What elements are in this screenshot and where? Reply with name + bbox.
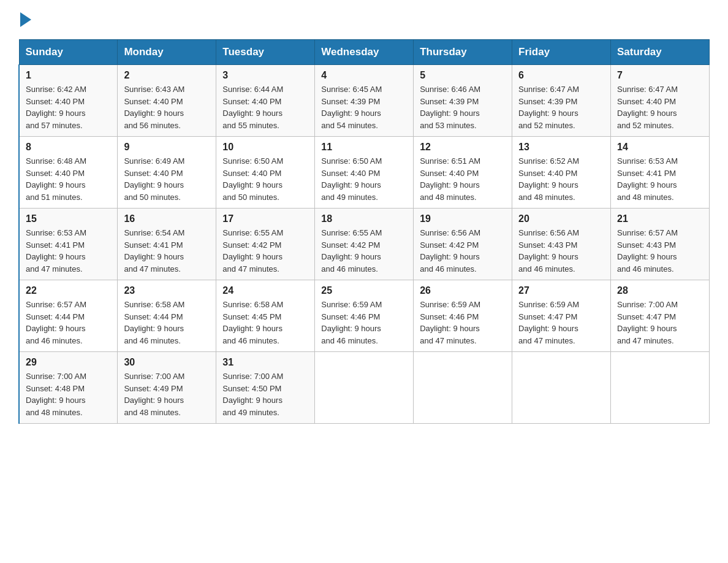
day-info: Sunrise: 7:00 AM Sunset: 4:50 PM Dayligh… <box>222 370 308 418</box>
day-cell-29: 29 Sunrise: 7:00 AM Sunset: 4:48 PM Dayl… <box>19 352 118 424</box>
day-cell-22: 22 Sunrise: 6:57 AM Sunset: 4:44 PM Dayl… <box>19 280 118 352</box>
day-info: Sunrise: 6:59 AM Sunset: 4:46 PM Dayligh… <box>420 299 506 347</box>
day-info: Sunrise: 6:50 AM Sunset: 4:40 PM Dayligh… <box>222 155 308 203</box>
day-cell-19: 19 Sunrise: 6:56 AM Sunset: 4:42 PM Dayl… <box>414 209 512 280</box>
day-number: 5 <box>420 70 506 81</box>
column-header-friday: Friday <box>512 40 611 65</box>
day-cell-6: 6 Sunrise: 6:47 AM Sunset: 4:39 PM Dayli… <box>512 65 611 137</box>
day-number: 23 <box>124 285 210 296</box>
day-cell-20: 20 Sunrise: 6:56 AM Sunset: 4:43 PM Dayl… <box>512 209 611 280</box>
day-cell-10: 10 Sunrise: 6:50 AM Sunset: 4:40 PM Dayl… <box>216 137 315 209</box>
empty-cell <box>414 352 512 424</box>
week-row-5: 29 Sunrise: 7:00 AM Sunset: 4:48 PM Dayl… <box>19 352 710 424</box>
day-info: Sunrise: 6:55 AM Sunset: 4:42 PM Dayligh… <box>321 227 407 275</box>
day-number: 16 <box>124 213 210 224</box>
day-info: Sunrise: 6:42 AM Sunset: 4:40 PM Dayligh… <box>26 83 111 131</box>
day-info: Sunrise: 7:00 AM Sunset: 4:47 PM Dayligh… <box>617 299 703 347</box>
day-info: Sunrise: 6:55 AM Sunset: 4:42 PM Dayligh… <box>222 227 308 275</box>
empty-cell <box>512 352 611 424</box>
day-info: Sunrise: 6:53 AM Sunset: 4:41 PM Dayligh… <box>617 155 703 203</box>
day-cell-7: 7 Sunrise: 6:47 AM Sunset: 4:40 PM Dayli… <box>611 65 710 137</box>
day-cell-28: 28 Sunrise: 7:00 AM Sunset: 4:47 PM Dayl… <box>611 280 710 352</box>
day-cell-14: 14 Sunrise: 6:53 AM Sunset: 4:41 PM Dayl… <box>611 137 710 209</box>
day-info: Sunrise: 6:59 AM Sunset: 4:46 PM Dayligh… <box>321 299 407 347</box>
day-info: Sunrise: 6:47 AM Sunset: 4:39 PM Dayligh… <box>518 83 604 131</box>
day-cell-8: 8 Sunrise: 6:48 AM Sunset: 4:40 PM Dayli… <box>19 137 118 209</box>
day-info: Sunrise: 7:00 AM Sunset: 4:48 PM Dayligh… <box>26 370 111 418</box>
day-cell-2: 2 Sunrise: 6:43 AM Sunset: 4:40 PM Dayli… <box>118 65 216 137</box>
column-header-tuesday: Tuesday <box>216 40 315 65</box>
column-header-monday: Monday <box>118 40 216 65</box>
day-info: Sunrise: 6:51 AM Sunset: 4:40 PM Dayligh… <box>420 155 506 203</box>
day-info: Sunrise: 6:46 AM Sunset: 4:39 PM Dayligh… <box>420 83 506 131</box>
day-number: 26 <box>420 285 506 296</box>
day-cell-5: 5 Sunrise: 6:46 AM Sunset: 4:39 PM Dayli… <box>414 65 512 137</box>
day-info: Sunrise: 6:59 AM Sunset: 4:47 PM Dayligh… <box>518 299 604 347</box>
week-row-1: 1 Sunrise: 6:42 AM Sunset: 4:40 PM Dayli… <box>19 65 710 137</box>
day-cell-21: 21 Sunrise: 6:57 AM Sunset: 4:43 PM Dayl… <box>611 209 710 280</box>
day-info: Sunrise: 6:45 AM Sunset: 4:39 PM Dayligh… <box>321 83 407 131</box>
day-info: Sunrise: 6:43 AM Sunset: 4:40 PM Dayligh… <box>124 83 210 131</box>
day-cell-3: 3 Sunrise: 6:44 AM Sunset: 4:40 PM Dayli… <box>216 65 315 137</box>
day-info: Sunrise: 6:56 AM Sunset: 4:43 PM Dayligh… <box>518 227 604 275</box>
day-number: 1 <box>26 70 111 81</box>
day-number: 30 <box>124 357 210 368</box>
day-cell-17: 17 Sunrise: 6:55 AM Sunset: 4:42 PM Dayl… <box>216 209 315 280</box>
day-number: 21 <box>617 213 703 224</box>
week-row-2: 8 Sunrise: 6:48 AM Sunset: 4:40 PM Dayli… <box>19 137 710 209</box>
day-number: 14 <box>617 142 703 153</box>
day-info: Sunrise: 6:57 AM Sunset: 4:43 PM Dayligh… <box>617 227 703 275</box>
day-number: 17 <box>222 213 308 224</box>
column-header-sunday: Sunday <box>19 40 118 65</box>
day-info: Sunrise: 7:00 AM Sunset: 4:49 PM Dayligh… <box>124 370 210 418</box>
day-info: Sunrise: 6:50 AM Sunset: 4:40 PM Dayligh… <box>321 155 407 203</box>
day-number: 20 <box>518 213 604 224</box>
day-number: 7 <box>617 70 703 81</box>
day-number: 9 <box>124 142 210 153</box>
week-row-4: 22 Sunrise: 6:57 AM Sunset: 4:44 PM Dayl… <box>19 280 710 352</box>
day-number: 28 <box>617 285 703 296</box>
day-number: 22 <box>26 285 111 296</box>
day-info: Sunrise: 6:53 AM Sunset: 4:41 PM Dayligh… <box>26 227 111 275</box>
day-number: 11 <box>321 142 407 153</box>
column-header-wednesday: Wednesday <box>315 40 414 65</box>
page-header <box>18 12 710 27</box>
day-cell-11: 11 Sunrise: 6:50 AM Sunset: 4:40 PM Dayl… <box>315 137 414 209</box>
empty-cell <box>611 352 710 424</box>
day-number: 10 <box>222 142 308 153</box>
day-number: 18 <box>321 213 407 224</box>
logo-arrow-icon <box>20 12 31 27</box>
day-info: Sunrise: 6:57 AM Sunset: 4:44 PM Dayligh… <box>26 299 111 347</box>
day-number: 6 <box>518 70 604 81</box>
empty-cell <box>315 352 414 424</box>
day-info: Sunrise: 6:52 AM Sunset: 4:40 PM Dayligh… <box>518 155 604 203</box>
day-info: Sunrise: 6:56 AM Sunset: 4:42 PM Dayligh… <box>420 227 506 275</box>
week-row-3: 15 Sunrise: 6:53 AM Sunset: 4:41 PM Dayl… <box>19 209 710 280</box>
day-number: 25 <box>321 285 407 296</box>
day-number: 29 <box>26 357 111 368</box>
day-info: Sunrise: 6:54 AM Sunset: 4:41 PM Dayligh… <box>124 227 210 275</box>
day-number: 27 <box>518 285 604 296</box>
day-cell-23: 23 Sunrise: 6:58 AM Sunset: 4:44 PM Dayl… <box>118 280 216 352</box>
day-cell-15: 15 Sunrise: 6:53 AM Sunset: 4:41 PM Dayl… <box>19 209 118 280</box>
day-number: 4 <box>321 70 407 81</box>
day-number: 15 <box>26 213 111 224</box>
day-cell-31: 31 Sunrise: 7:00 AM Sunset: 4:50 PM Dayl… <box>216 352 315 424</box>
day-cell-18: 18 Sunrise: 6:55 AM Sunset: 4:42 PM Dayl… <box>315 209 414 280</box>
day-number: 3 <box>222 70 308 81</box>
day-number: 2 <box>124 70 210 81</box>
day-number: 13 <box>518 142 604 153</box>
day-info: Sunrise: 6:49 AM Sunset: 4:40 PM Dayligh… <box>124 155 210 203</box>
day-info: Sunrise: 6:58 AM Sunset: 4:45 PM Dayligh… <box>222 299 308 347</box>
day-number: 24 <box>222 285 308 296</box>
day-number: 19 <box>420 213 506 224</box>
day-info: Sunrise: 6:44 AM Sunset: 4:40 PM Dayligh… <box>222 83 308 131</box>
logo <box>18 12 31 27</box>
day-cell-27: 27 Sunrise: 6:59 AM Sunset: 4:47 PM Dayl… <box>512 280 611 352</box>
day-cell-16: 16 Sunrise: 6:54 AM Sunset: 4:41 PM Dayl… <box>118 209 216 280</box>
day-cell-9: 9 Sunrise: 6:49 AM Sunset: 4:40 PM Dayli… <box>118 137 216 209</box>
day-cell-1: 1 Sunrise: 6:42 AM Sunset: 4:40 PM Dayli… <box>19 65 118 137</box>
day-cell-4: 4 Sunrise: 6:45 AM Sunset: 4:39 PM Dayli… <box>315 65 414 137</box>
day-number: 31 <box>222 357 308 368</box>
day-cell-12: 12 Sunrise: 6:51 AM Sunset: 4:40 PM Dayl… <box>414 137 512 209</box>
